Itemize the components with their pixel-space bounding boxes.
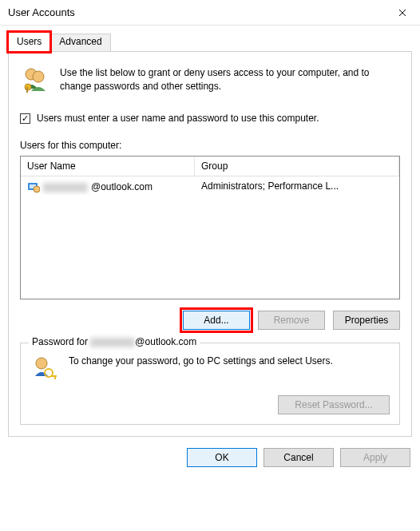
password-title-prefix: Password for: [32, 336, 90, 347]
cell-group: Administrators; Performance L...: [195, 179, 399, 195]
tab-panel-users: Use the list below to grant or deny user…: [8, 51, 412, 437]
apply-button: Apply: [340, 448, 410, 467]
remove-button: Remove: [258, 311, 325, 330]
dialog-footer: OK Cancel Apply: [0, 437, 420, 478]
svg-rect-3: [26, 87, 28, 93]
add-button[interactable]: Add...: [183, 311, 250, 330]
reset-password-button: Reset Password...: [278, 395, 390, 414]
cell-username: ▯▯▯▯▯▯▯▯@outlook.com: [21, 179, 195, 195]
key-user-icon: [30, 355, 57, 384]
svg-point-1: [33, 71, 44, 82]
ok-button[interactable]: OK: [187, 448, 257, 467]
list-buttons: Add... Remove Properties: [20, 311, 400, 330]
svg-point-7: [36, 358, 47, 369]
password-group: Password for ▯▯▯▯▯▯▯▯@outlook.com To cha…: [20, 343, 400, 425]
intro-text: Use the list below to grant or deny user…: [60, 65, 400, 93]
tab-strip: Users Advanced: [0, 26, 420, 51]
window-title: User Accounts: [8, 6, 384, 18]
users-list-label: Users for this computer:: [20, 140, 400, 151]
password-instructions: To change your password, go to PC settin…: [69, 355, 390, 384]
svg-rect-10: [54, 375, 56, 379]
close-icon: [398, 9, 406, 17]
users-icon: [20, 65, 49, 93]
close-button[interactable]: [384, 0, 420, 26]
username-suffix: @outlook.com: [91, 181, 153, 192]
checkbox-label: Users must enter a user name and passwor…: [37, 113, 319, 124]
properties-button[interactable]: Properties: [333, 311, 400, 330]
users-listbox[interactable]: User Name Group ▯▯▯▯▯▯▯▯@outlook.com Adm…: [20, 156, 400, 299]
tab-users[interactable]: Users: [8, 32, 50, 52]
svg-point-6: [34, 186, 40, 192]
password-group-title: Password for ▯▯▯▯▯▯▯▯@outlook.com: [29, 336, 200, 347]
titlebar: User Accounts: [0, 0, 420, 26]
require-password-checkbox[interactable]: ✓ Users must enter a user name and passw…: [20, 113, 400, 124]
tab-advanced[interactable]: Advanced: [50, 34, 110, 52]
username-masked: ▯▯▯▯▯▯▯▯: [43, 181, 88, 192]
cancel-button[interactable]: Cancel: [263, 448, 334, 467]
column-header-group[interactable]: Group: [195, 157, 399, 176]
list-header: User Name Group: [21, 157, 399, 176]
password-title-masked: ▯▯▯▯▯▯▯▯: [90, 336, 135, 347]
table-row[interactable]: ▯▯▯▯▯▯▯▯@outlook.com Administrators; Per…: [21, 176, 399, 197]
user-icon: [27, 180, 40, 193]
intro-row: Use the list below to grant or deny user…: [20, 65, 400, 93]
password-title-suffix: @outlook.com: [135, 336, 196, 347]
column-header-username[interactable]: User Name: [21, 157, 195, 176]
checkbox-mark-icon: ✓: [20, 113, 30, 124]
